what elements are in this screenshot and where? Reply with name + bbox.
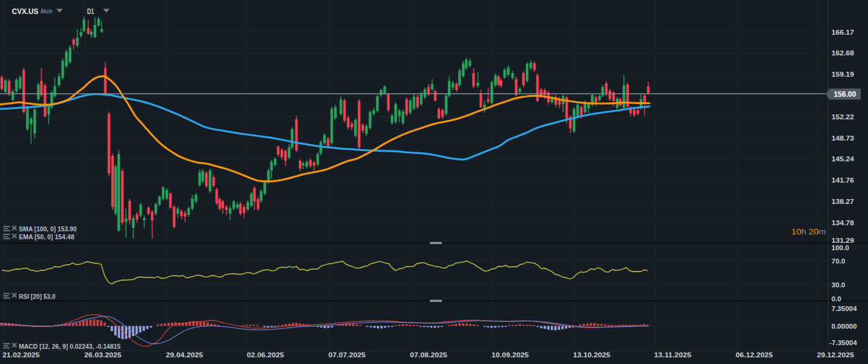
svg-text:148.73: 148.73 <box>831 135 854 142</box>
svg-text:131.29: 131.29 <box>831 237 854 244</box>
svg-text:138.27: 138.27 <box>831 198 854 205</box>
svg-text:13.11.2025: 13.11.2025 <box>654 351 692 359</box>
svg-text:CVX.US: CVX.US <box>12 7 39 16</box>
svg-text:162.68: 162.68 <box>831 49 855 57</box>
svg-text:SMA [100, 0] 153.90: SMA [100, 0] 153.90 <box>19 225 77 233</box>
svg-text:152.22: 152.22 <box>831 113 854 121</box>
svg-text:26.03.2025: 26.03.2025 <box>85 351 122 359</box>
svg-text:29.04.2025: 29.04.2025 <box>166 351 204 359</box>
svg-text:0.0: 0.0 <box>831 295 841 303</box>
svg-text:10h 20m: 10h 20m <box>791 227 826 236</box>
svg-text:07.08.2025: 07.08.2025 <box>410 351 448 359</box>
svg-text:70.0: 70.0 <box>831 257 845 265</box>
svg-text:MACD [12, 26, 9] 0.02243, -0.: MACD [12, 26, 9] 0.02243, -0.14815 <box>19 343 121 350</box>
svg-text:07.07.2025: 07.07.2025 <box>329 351 366 359</box>
svg-text:0.00000: 0.00000 <box>831 323 857 330</box>
svg-text:-7.35004: -7.35004 <box>830 339 858 346</box>
svg-text:02.06.2025: 02.06.2025 <box>247 351 285 359</box>
svg-text:134.78: 134.78 <box>831 219 855 226</box>
svg-text:145.24: 145.24 <box>831 155 855 163</box>
svg-text:29.12.2025: 29.12.2025 <box>817 351 855 359</box>
svg-text:06.12.2025: 06.12.2025 <box>736 351 774 359</box>
svg-text:141.76: 141.76 <box>831 177 854 184</box>
svg-text:RSI [20] 53.0: RSI [20] 53.0 <box>19 293 55 300</box>
svg-text:13.10.2025: 13.10.2025 <box>573 351 611 359</box>
svg-text:D1: D1 <box>87 7 94 16</box>
svg-text:30.0: 30.0 <box>831 281 845 289</box>
svg-text:7.35004: 7.35004 <box>831 305 857 312</box>
svg-text:21.02.2025: 21.02.2025 <box>2 351 40 359</box>
svg-text:100.0: 100.0 <box>831 244 849 251</box>
svg-text:156.00: 156.00 <box>834 90 856 99</box>
svg-text:159.19: 159.19 <box>831 71 854 78</box>
svg-text:10.09.2025: 10.09.2025 <box>492 351 530 359</box>
svg-text:166.17: 166.17 <box>831 29 854 36</box>
svg-text:Akcie: Akcie <box>41 7 53 15</box>
svg-text:EMA [50, 0] 154.48: EMA [50, 0] 154.48 <box>19 233 75 240</box>
